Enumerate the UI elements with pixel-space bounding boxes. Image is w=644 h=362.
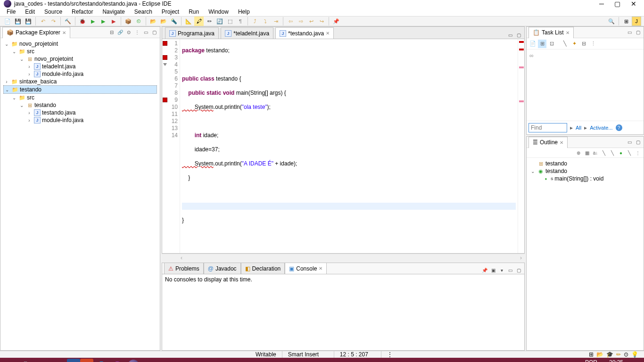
code-editor[interactable]: 1 2 3 4 5 6 7 8 9 10 11 12 13 14 package…: [162, 39, 525, 254]
minimize-button[interactable]: ─: [599, 0, 604, 8]
focus-outline-icon[interactable]: ╲: [626, 149, 633, 156]
maximize-icon[interactable]: ▢: [634, 29, 642, 36]
refresh-icon[interactable]: 🔄: [215, 16, 224, 26]
editor-tab[interactable]: J*teladeInt.java: [221, 27, 273, 39]
menu-run[interactable]: Run: [185, 8, 203, 16]
minimize-icon[interactable]: ▭: [626, 29, 633, 36]
tree-package[interactable]: ⌄⊞testando: [3, 101, 157, 109]
open-console-icon[interactable]: ▾: [498, 266, 505, 274]
undo-icon[interactable]: ↶: [38, 16, 48, 26]
open-type-icon[interactable]: 📂: [149, 16, 158, 26]
new-task-icon[interactable]: 📄: [528, 40, 537, 48]
menu-source[interactable]: Source: [41, 8, 66, 16]
tree-project-selected[interactable]: ⌄📁testando: [3, 85, 157, 94]
copilot-icon[interactable]: 🟣: [109, 358, 125, 362]
categorize-icon[interactable]: ⊞: [538, 40, 546, 48]
tree-project[interactable]: ›📁sintaxe_basica: [3, 78, 157, 85]
editor-tab[interactable]: JPrograma.java: [165, 27, 219, 39]
console-tab[interactable]: ▣Console✕: [285, 263, 327, 274]
menu-help[interactable]: Help: [234, 8, 254, 16]
maximize-pane-icon[interactable]: ▢: [150, 29, 158, 36]
declaration-tab[interactable]: ◧Declaration: [241, 263, 285, 274]
problems-tab[interactable]: ⚠Problems: [164, 263, 204, 274]
step-return-icon[interactable]: ⇥: [271, 16, 281, 26]
outline-tree[interactable]: ⊞testando ⌄◉testando ●S main(String[]) :…: [527, 158, 644, 184]
hide-fields-icon[interactable]: ▦: [583, 149, 591, 156]
minimize-icon[interactable]: ▭: [626, 139, 633, 146]
link-editor-icon[interactable]: 🔗: [116, 29, 124, 36]
open-task-icon[interactable]: 📂: [159, 16, 168, 26]
package-tree[interactable]: ⌄📁novo_projetoint ⌄📁src ⌄⊞novo_projetoin…: [0, 38, 160, 350]
tree-file[interactable]: ›Jmodule-info.java: [3, 116, 157, 124]
display-console-icon[interactable]: ▣: [489, 266, 497, 274]
system-tray[interactable]: ☽27°C Limpo ⌃ ☁ 📶 🔊 PORPTB2 20:3506/12/2…: [502, 360, 641, 362]
eclipse-taskbar-icon[interactable]: [125, 358, 141, 362]
new-package-icon[interactable]: 📦: [124, 16, 133, 26]
redo-icon[interactable]: ↷: [49, 16, 58, 26]
run-icon[interactable]: ▶: [88, 16, 98, 26]
outline-tab[interactable]: ☰Outline✕: [528, 137, 568, 148]
save-all-icon[interactable]: 💾: [24, 16, 33, 26]
new-icon[interactable]: 📄: [3, 16, 12, 26]
wand-icon[interactable]: 📐: [184, 16, 193, 26]
pin-icon[interactable]: 📌: [331, 16, 341, 26]
all-link[interactable]: All: [576, 125, 581, 131]
tree-src[interactable]: ⌄📁src: [3, 94, 157, 101]
javadoc-tab[interactable]: @Javadoc: [204, 263, 241, 274]
prev-icon[interactable]: ↩: [306, 16, 316, 26]
toggle-icon[interactable]: ⬚: [225, 16, 235, 26]
save-icon[interactable]: 💾: [13, 16, 23, 26]
new-class-icon[interactable]: ©: [134, 16, 143, 26]
next-icon[interactable]: ↪: [317, 16, 326, 26]
coverage-icon[interactable]: ▶: [99, 16, 108, 26]
maximize-icon[interactable]: ▢: [634, 139, 642, 146]
back-icon[interactable]: ⇦: [286, 16, 295, 26]
explorer-icon[interactable]: 📁: [51, 358, 67, 362]
close-button[interactable]: ✕: [631, 0, 636, 8]
close-icon[interactable]: ✕: [560, 140, 563, 145]
status-icon[interactable]: ⊙: [624, 351, 628, 358]
minimize-editor-icon[interactable]: ▭: [506, 31, 514, 39]
menu-window[interactable]: Window: [205, 8, 232, 16]
package-explorer-tab[interactable]: 📦 Package Explorer ✕: [2, 27, 70, 38]
debug-icon[interactable]: 🐞: [78, 16, 87, 26]
word-icon[interactable]: W: [67, 359, 80, 362]
maximize-console-icon[interactable]: ▢: [515, 266, 522, 274]
powerpoint-icon[interactable]: P: [80, 359, 93, 362]
help-icon[interactable]: ?: [616, 124, 622, 131]
link-outline-icon[interactable]: ⋮: [634, 149, 642, 156]
search-icon[interactable]: 🔦: [169, 16, 179, 26]
perspective-icon[interactable]: ⊞: [621, 16, 631, 26]
view-menu-icon[interactable]: ⋮: [133, 29, 141, 36]
mark-icon[interactable]: 🖍: [194, 16, 204, 26]
collapse-all-icon[interactable]: ⊟: [108, 29, 116, 36]
menu-refactor[interactable]: Refactor: [68, 8, 97, 16]
menu-file[interactable]: File: [3, 8, 19, 16]
start-button[interactable]: ⊞: [3, 358, 19, 362]
minimize-console-icon[interactable]: ▭: [506, 266, 514, 274]
menu-project[interactable]: Project: [158, 8, 183, 16]
focus-icon[interactable]: ╲: [561, 40, 569, 48]
menu-search[interactable]: Search: [131, 8, 156, 16]
code-content[interactable]: package testando; public class testando …: [180, 39, 518, 253]
search-button[interactable]: 🔍: [19, 358, 35, 362]
tree-project[interactable]: ⌄📁novo_projetoint: [3, 40, 157, 48]
tree-src[interactable]: ⌄📁src: [3, 48, 157, 55]
minimize-pane-icon[interactable]: ▭: [142, 29, 149, 36]
activate-link[interactable]: Activate...: [590, 125, 612, 131]
close-tab-icon[interactable]: ✕: [326, 31, 330, 36]
close-icon[interactable]: ✕: [62, 30, 66, 35]
synchronize-icon[interactable]: ✦: [570, 40, 578, 48]
quick-access-icon[interactable]: 🔍: [607, 16, 616, 26]
sort-icon[interactable]: ⊕: [575, 149, 582, 156]
java-perspective-icon[interactable]: J: [632, 16, 641, 26]
hide-non-public-icon[interactable]: ╲: [609, 149, 616, 156]
pilcrow-icon[interactable]: ¶: [236, 16, 245, 26]
status-icon[interactable]: 🎓: [606, 351, 613, 358]
az-icon[interactable]: a↓: [592, 149, 599, 156]
outlook-icon[interactable]: 📧: [35, 358, 51, 362]
hide-local-icon[interactable]: ●: [617, 149, 625, 156]
maximize-button[interactable]: ▢: [614, 0, 620, 8]
tree-file[interactable]: ›Jtestando.java: [3, 109, 157, 116]
hide-static-icon[interactable]: ╲: [600, 149, 608, 156]
